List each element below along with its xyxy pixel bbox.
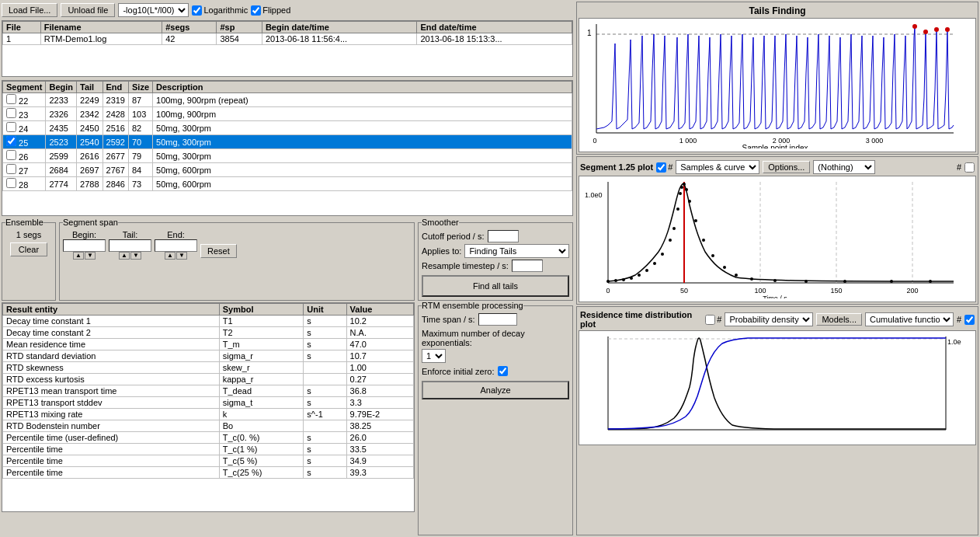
segment-plot-type-select[interactable]: Samples & curve: [676, 160, 759, 174]
result-table-row[interactable]: Percentile time (user-defined)T_c(0. %)s…: [3, 432, 414, 444]
result-table-row[interactable]: RTD excess kurtosiskappa_r0.27: [3, 374, 414, 385]
file-table-row[interactable]: 1RTM-Demo1.log4238542013-06-18 11:56:4..…: [3, 33, 572, 45]
result-table-row[interactable]: RPET13 mean transport timeT_deads36.8: [3, 385, 414, 397]
max-decay-label: Maximum number of decay exponentials:: [422, 329, 525, 347]
top-chart-panel: Tails Finding 1 0 1 000 2 000 3 000: [576, 2, 978, 155]
cutoff-label: Cutoff period / s:: [422, 232, 485, 241]
segment-checkbox[interactable]: [6, 122, 16, 132]
svg-point-51: [843, 280, 846, 283]
load-file-button[interactable]: Load File...: [2, 3, 57, 17]
svg-point-32: [645, 269, 648, 272]
rtd-overlay-checkbox[interactable]: [964, 315, 975, 325]
svg-point-37: [676, 207, 679, 211]
svg-text:0: 0: [606, 287, 610, 295]
rtd-hash-checkbox[interactable]: [705, 315, 715, 325]
result-table-container[interactable]: Result entity Symbol Unit Value Decay ti…: [2, 302, 415, 512]
result-table-row[interactable]: Decay time constant 1T1s10.2: [3, 316, 414, 327]
svg-point-34: [661, 253, 664, 256]
segment-checkbox[interactable]: [6, 164, 16, 174]
formula-select[interactable]: -log10(L*/l00): [118, 3, 189, 17]
svg-text:1.0e0: 1.0e0: [947, 338, 961, 346]
segment-hash-label: #: [668, 162, 672, 172]
timespan-input[interactable]: 200: [478, 313, 517, 326]
svg-point-44: [702, 239, 705, 242]
result-table-row[interactable]: Percentile timeT_c(1 %)s33.5: [3, 444, 414, 455]
applies-select[interactable]: Finding Tails All: [464, 244, 569, 258]
end-up-btn[interactable]: ▲: [165, 252, 175, 260]
begin-up-btn[interactable]: ▲: [73, 252, 84, 260]
find-all-tails-button[interactable]: Find all tails: [422, 275, 569, 297]
begin-input[interactable]: 2523: [63, 239, 106, 252]
rtd-hash-label: #: [717, 315, 721, 324]
end-dt-col-header: End date/time: [417, 22, 572, 33]
svg-point-42: [688, 200, 691, 203]
tail-col: Tail: [77, 82, 103, 93]
enforce-zero-checkbox[interactable]: [498, 366, 508, 376]
logarithmic-checkbox[interactable]: [192, 5, 202, 16]
segment-checkbox[interactable]: [6, 178, 16, 188]
tail-input[interactable]: 2540: [109, 239, 151, 252]
rtd-models-button[interactable]: Models...: [816, 313, 862, 326]
reset-button[interactable]: Reset: [200, 244, 237, 258]
segment-plot-overlay-select[interactable]: (Nothing): [813, 160, 875, 174]
begin-label: Begin:: [72, 230, 96, 239]
svg-text:100: 100: [754, 287, 766, 295]
segment-table-row[interactable]: 23232623422428103100mg, 900rpm: [3, 107, 572, 121]
result-table-row[interactable]: Mean residence timeT_ms47.0: [3, 339, 414, 350]
tail-label: Tail:: [123, 230, 138, 239]
result-table-row[interactable]: Percentile timeT_c(25 %)s39.3: [3, 467, 414, 479]
end-input[interactable]: 2592: [155, 239, 197, 252]
unit-col: Unit: [304, 304, 346, 316]
result-table-row[interactable]: RPET13 transport stddevsigma_ts3.3: [3, 397, 414, 409]
max-decay-select[interactable]: 1 2 3: [422, 349, 446, 363]
tail-up-btn[interactable]: ▲: [119, 252, 130, 260]
filename-col-header: Filename: [40, 22, 162, 33]
segment-hash-checkbox[interactable]: [656, 162, 666, 173]
segment-checkbox[interactable]: [6, 94, 16, 104]
svg-point-41: [685, 188, 688, 191]
result-table-row[interactable]: Percentile timeT_c(5 %)s34.9: [3, 455, 414, 467]
svg-point-47: [735, 274, 738, 277]
result-table-row[interactable]: RTD Bodenstein numberBo38.25: [3, 420, 414, 432]
segment-overlay-checkbox[interactable]: [964, 162, 975, 173]
svg-point-52: [890, 280, 893, 283]
segment-table-row[interactable]: 282774278828467350mg, 600rpm: [3, 177, 572, 191]
unload-file-button[interactable]: Unload file: [61, 3, 115, 17]
svg-point-36: [672, 227, 676, 230]
analyze-button[interactable]: Analyze: [422, 381, 569, 399]
cutoff-input[interactable]: 10: [488, 230, 519, 242]
segs-col-header: #segs: [162, 22, 217, 33]
result-table-row[interactable]: RTD standard deviationsigma_rs10.7: [3, 350, 414, 362]
svg-point-35: [669, 239, 672, 242]
svg-point-29: [622, 278, 625, 281]
tail-down-btn[interactable]: ▼: [130, 252, 141, 260]
segment-checkbox[interactable]: [6, 150, 16, 160]
segment-checkbox[interactable]: [6, 136, 16, 146]
svg-text:0: 0: [593, 137, 596, 145]
result-table-row[interactable]: Decay time constant 2T2sN.A.: [3, 327, 414, 339]
segment-table-container[interactable]: Segment Begin Tail End Size Description …: [2, 80, 573, 216]
end-down-btn[interactable]: ▼: [176, 252, 187, 260]
svg-text:1: 1: [587, 29, 592, 37]
segment-table-row[interactable]: 252523254025927050mg, 300rpm: [3, 135, 572, 149]
seg-checkbox-col: Segment: [3, 82, 46, 93]
enforce-zero-label: Enforce initial zero:: [422, 367, 495, 376]
segment-table-row[interactable]: 262599261626777950mg, 300rpm: [3, 149, 572, 163]
segment-table-row[interactable]: 272684269727678450mg, 600rpm: [3, 163, 572, 177]
segment-table-row[interactable]: 2222332249231987100mg, 900rpm (repeat): [3, 93, 572, 107]
segment-options-button[interactable]: Options...: [763, 161, 810, 173]
resample-label: Resample timestep / s:: [422, 261, 509, 270]
rtd-overlay-select[interactable]: Cumulative function: [865, 312, 954, 326]
begin-down-btn[interactable]: ▼: [85, 252, 96, 260]
rtd-type-select[interactable]: Probability density: [725, 312, 813, 326]
bottom-controls: Ensemble 1 segs Clear Segment span Begin…: [2, 218, 573, 301]
size-col: Size: [129, 82, 153, 93]
segment-checkbox[interactable]: [6, 108, 16, 118]
clear-button[interactable]: Clear: [10, 242, 47, 256]
segment-table-row[interactable]: 242435245025168250mg, 300rpm: [3, 121, 572, 135]
svg-point-9: [912, 24, 917, 29]
flipped-checkbox[interactable]: [251, 5, 261, 16]
result-table-row[interactable]: RTD skewnessskew_r1.00: [3, 362, 414, 374]
resample-input[interactable]: 1: [512, 260, 543, 272]
result-table-row[interactable]: RPET13 mixing rateks^-19.79E-2: [3, 409, 414, 420]
